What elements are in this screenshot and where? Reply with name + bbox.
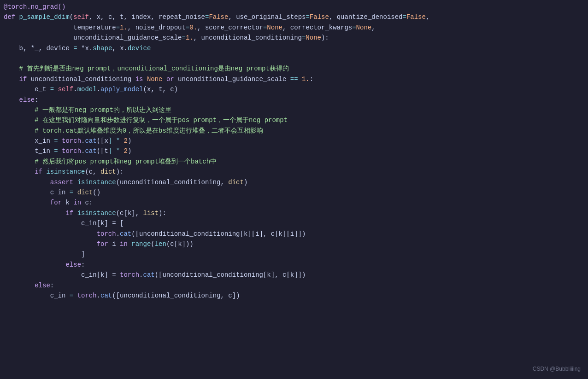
code-line: assert isinstance(unconditional_conditio… bbox=[0, 177, 588, 187]
code-line: b, *_, device = *x.shape, x.device bbox=[0, 43, 588, 53]
watermark: CSDN @Bubbliiiing bbox=[533, 365, 581, 373]
code-line: ] bbox=[0, 249, 588, 259]
code-line: @torch.no_grad() bbox=[0, 2, 588, 12]
code-line: t_in = torch.cat([t] * 2) bbox=[0, 146, 588, 156]
code-line: # 一般都是有neg prompt的，所以进入到这里 bbox=[0, 105, 588, 115]
code-line: x_in = torch.cat([x] * 2) bbox=[0, 136, 588, 146]
code-line: e_t = self.model.apply_model(x, t, c) bbox=[0, 84, 588, 94]
code-lines: @torch.no_grad()def p_sample_ddim(self, … bbox=[0, 2, 588, 301]
code-line: def p_sample_ddim(self, x, c, t, index, … bbox=[0, 12, 588, 22]
code-line: temperature=1., noise_dropout=0., score_… bbox=[0, 23, 588, 33]
code-line: c_in = dict() bbox=[0, 187, 588, 198]
code-line: torch.cat([unconditional_conditioning[k]… bbox=[0, 229, 588, 239]
code-line: else: bbox=[0, 95, 588, 105]
code-line: if isinstance(c[k], list): bbox=[0, 208, 588, 218]
code-line: if unconditional_conditioning is None or… bbox=[0, 74, 588, 84]
code-line: if isinstance(c, dict): bbox=[0, 167, 588, 177]
code-line: c_in[k] = torch.cat([unconditional_condi… bbox=[0, 270, 588, 280]
code-line: c_in[k] = [ bbox=[0, 218, 588, 228]
code-line: else: bbox=[0, 260, 588, 270]
code-line: # 然后我们将pos prompt和neg prompt堆叠到一个batch中 bbox=[0, 157, 588, 167]
code-line: for i in range(len(c[k])) bbox=[0, 239, 588, 249]
code-line: unconditional_guidance_scale=1., uncondi… bbox=[0, 33, 588, 43]
code-line: # torch.cat默认堆叠维度为0，所以是在bs维度进行堆叠，二者不会互相影… bbox=[0, 126, 588, 136]
code-line: # 首先判断是否由neg prompt，unconditional_condit… bbox=[0, 64, 588, 74]
code-line: # 在这里我们对隐向量和步数进行复制，一个属于pos prompt，一个属于ne… bbox=[0, 115, 588, 125]
code-line: c_in = torch.cat([unconditional_conditio… bbox=[0, 291, 588, 301]
code-line: for k in c: bbox=[0, 198, 588, 208]
code-line: else: bbox=[0, 280, 588, 291]
code-line bbox=[0, 53, 588, 64]
code-viewer: @torch.no_grad()def p_sample_ddim(self, … bbox=[0, 0, 588, 379]
